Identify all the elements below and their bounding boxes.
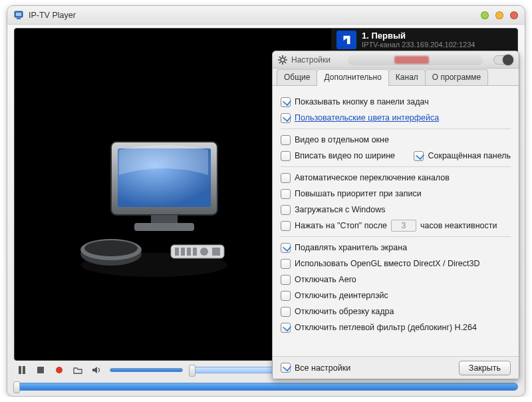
tv-illustration: [71, 135, 237, 282]
channel-logo-icon: [336, 31, 356, 49]
titlebar: IP-TV Player: [7, 6, 525, 25]
svg-rect-14: [187, 248, 191, 256]
lbl-all-settings: Все настройки: [295, 363, 350, 373]
svg-point-10: [84, 240, 138, 256]
main-window: IP-TV Player 1. Первый IPTV-канал 233.16…: [7, 5, 525, 397]
lbl-aero: Отключать Aero: [295, 275, 356, 284]
lbl-start-windows: Загружаться с Windows: [295, 205, 385, 214]
svg-rect-2: [17, 18, 21, 19]
titlebar-toggle[interactable]: [493, 55, 513, 65]
channel-name: 1. Первый: [362, 31, 475, 41]
chk-crop[interactable]: [281, 307, 291, 317]
svg-line-27: [279, 57, 281, 58]
chk-fit-width[interactable]: [281, 151, 291, 161]
tab-channel[interactable]: Канал: [388, 69, 426, 85]
svg-rect-18: [19, 366, 21, 374]
chk-deinterlace[interactable]: [281, 291, 291, 301]
tab-general[interactable]: Общие: [277, 69, 317, 85]
channel-address: IPTV-канал 233.169.204.102:1234: [362, 41, 475, 49]
lbl-video-separate: Видео в отдельном окне: [295, 135, 389, 144]
pause-button[interactable]: [17, 365, 27, 375]
open-button[interactable]: [72, 365, 83, 375]
chk-opengl[interactable]: [281, 259, 291, 269]
svg-point-22: [281, 58, 285, 62]
chk-custom-colors[interactable]: [281, 113, 291, 123]
titlebar-blur-area: [348, 55, 483, 65]
settings-dialog: Настройки Общие Дополнительно Канал О пр…: [272, 51, 519, 379]
svg-rect-13: [181, 248, 185, 256]
lbl-show-taskbar: Показывать кнопку в панели задач: [295, 97, 429, 106]
chk-screensaver[interactable]: [281, 243, 291, 253]
tab-advanced[interactable]: Дополнительно: [317, 69, 388, 86]
chk-show-taskbar[interactable]: [281, 97, 291, 107]
volume-slider[interactable]: [110, 368, 183, 372]
svg-rect-20: [37, 367, 44, 373]
chk-auto-switch[interactable]: [281, 173, 291, 183]
close-button[interactable]: Закрыть: [459, 361, 511, 375]
settings-titlebar: Настройки: [273, 51, 519, 69]
settings-body: Показывать кнопку в панели задач Пользов…: [273, 86, 519, 356]
window-minimize-button[interactable]: [481, 11, 489, 19]
app-title: IP-TV Player: [29, 11, 76, 20]
stop-button[interactable]: [35, 365, 46, 375]
lbl-custom-colors[interactable]: Пользовательские цвета интерфейса: [295, 113, 439, 122]
channel-banner: 1. Первый IPTV-канал 233.169.204.102:123…: [331, 29, 517, 51]
chk-compact-panel[interactable]: [414, 151, 424, 161]
lbl-crop: Отключить обрезку кадра: [295, 307, 394, 316]
chk-all-settings[interactable]: [281, 363, 291, 373]
lbl-opengl: Использовать OpenGL вместо DirectX / Dir…: [295, 259, 480, 268]
lbl-fit-width: Вписать видео по ширине: [295, 151, 395, 160]
svg-line-30: [279, 62, 281, 63]
svg-rect-19: [23, 366, 25, 374]
svg-rect-17: [212, 248, 220, 256]
gear-icon: [278, 55, 287, 65]
svg-rect-12: [175, 248, 179, 256]
chk-stop-after[interactable]: [281, 221, 291, 231]
volume-icon[interactable]: [91, 365, 102, 375]
window-maximize-button[interactable]: [495, 11, 503, 19]
lbl-compact-panel: Сокращённая панель: [428, 151, 511, 160]
svg-line-29: [285, 57, 286, 58]
lbl-h264-loop: Отключить петлевой фильтр (деблокинг) H.…: [295, 323, 477, 332]
chk-aero[interactable]: [281, 275, 291, 285]
tab-about[interactable]: О программе: [425, 69, 488, 85]
lbl-stop-before: Нажать на "Стоп" после: [295, 221, 387, 230]
svg-rect-1: [16, 13, 21, 16]
svg-rect-7: [134, 223, 194, 231]
settings-tabstrip: Общие Дополнительно Канал О программе: [273, 69, 519, 86]
chk-video-separate[interactable]: [281, 135, 291, 145]
svg-point-21: [56, 367, 63, 373]
lbl-screensaver: Подавлять хранитель экрана: [295, 243, 407, 252]
svg-point-16: [200, 248, 208, 256]
input-stop-hours[interactable]: 3: [391, 220, 416, 232]
lbl-raise-priority: Повышать приоритет при записи: [295, 189, 422, 198]
lbl-stop-after: часов неактивности: [420, 221, 497, 230]
lbl-auto-switch: Автоматическое переключение каналов: [295, 173, 450, 182]
svg-rect-6: [151, 215, 178, 223]
chk-raise-priority[interactable]: [281, 189, 291, 199]
chk-start-windows[interactable]: [281, 205, 291, 215]
progress-bar[interactable]: [14, 383, 518, 391]
chk-h264-loop[interactable]: [281, 323, 291, 333]
app-icon: [14, 10, 25, 21]
svg-line-28: [285, 62, 286, 63]
settings-footer: Все настройки Закрыть: [273, 356, 519, 379]
lbl-deinterlace: Отключить деинтерлэйс: [295, 291, 388, 300]
record-button[interactable]: [54, 365, 65, 375]
svg-rect-15: [193, 248, 197, 256]
window-close-button[interactable]: [510, 11, 518, 19]
settings-dialog-title: Настройки: [291, 55, 331, 65]
